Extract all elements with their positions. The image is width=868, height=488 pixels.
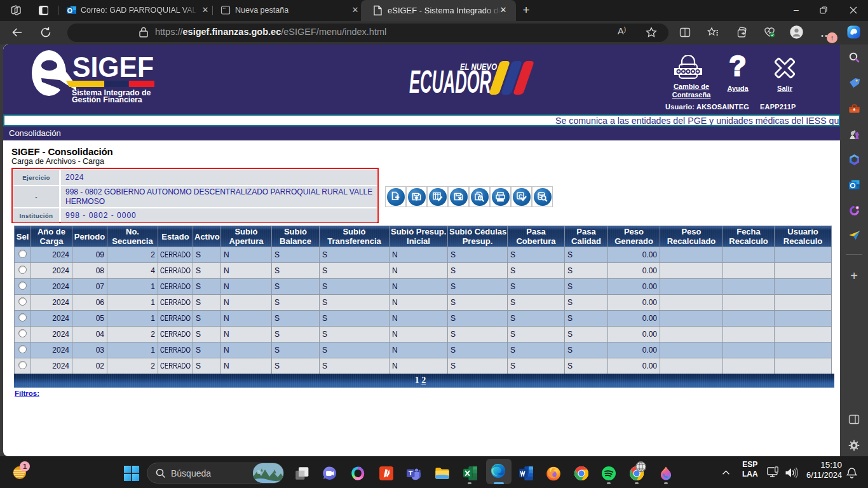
- svg-text:SIGEF: SIGEF: [72, 51, 154, 83]
- svg-text:ECUADOR: ECUADOR: [409, 64, 491, 97]
- svg-text:C: C: [519, 193, 523, 200]
